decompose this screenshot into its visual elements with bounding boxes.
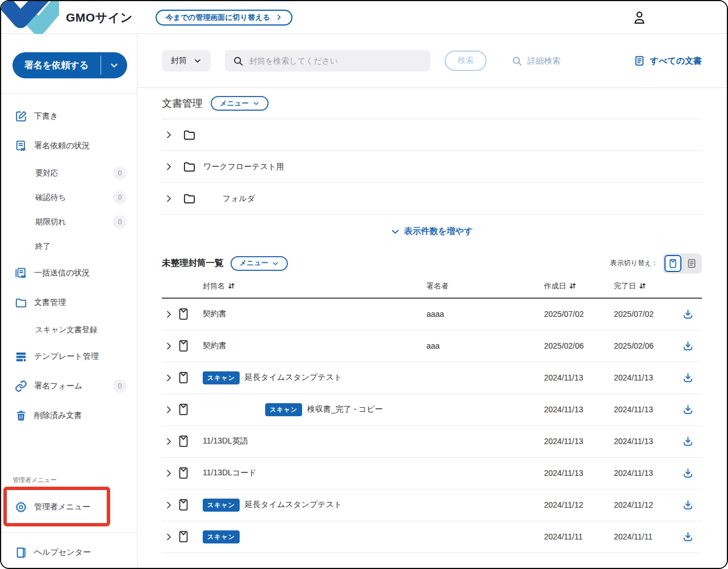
sort-icon [639,282,646,290]
gear-icon [15,501,27,513]
chevron-right-icon[interactable] [165,310,177,319]
download-icon[interactable] [682,436,702,447]
sidebar-item-document-management[interactable]: 文書管理 [1,288,137,317]
request-signature-button[interactable]: 署名を依頼する [12,52,127,78]
column-envelope-name[interactable]: 封筒名 [203,281,426,291]
completed-date: 2025/07/02 [614,309,682,319]
chevron-right-icon[interactable] [165,374,177,382]
chevron-right-icon[interactable] [165,194,173,203]
sidebar-item-action-required[interactable]: 要対応0 [1,161,137,185]
column-completed[interactable]: 完了日 [614,281,682,291]
increase-display-count-link[interactable]: 表示件数を増やす [391,226,472,237]
created-date: 2024/11/13 [544,468,614,478]
search-input[interactable] [249,56,422,65]
document-section-header: 文書管理 メニュー [162,88,702,119]
sidebar-item-label: 要対応 [35,168,58,178]
scan-badge: スキャン [265,403,302,416]
folder-row[interactable] [162,119,702,151]
sidebar-item-template-management[interactable]: テンプレート管理 [1,342,137,371]
count-badge: 0 [113,215,127,229]
download-icon[interactable] [682,308,702,320]
search-icon [233,56,244,66]
sidebar-item-label: 署名依頼の状況 [34,141,90,151]
chevron-down-icon[interactable] [101,52,127,78]
folder-row[interactable]: フォルダ [162,183,702,215]
switch-admin-screen-button[interactable]: 今までの管理画面に切り替える [156,10,292,26]
created-date: 2024/11/11 [544,532,614,541]
sidebar-item-bulk-send-status[interactable]: 一括送信の状況 [1,258,137,288]
sidebar-item-finished[interactable]: 終了 [1,234,137,258]
book-icon [15,546,27,559]
chevron-right-icon[interactable] [165,501,177,509]
completed-date: 2025/02/06 [614,341,682,350]
envelope-icon [668,258,678,269]
list-view-button[interactable] [683,255,700,272]
chevron-right-icon[interactable] [165,469,177,478]
chevron-right-icon[interactable] [165,437,177,446]
created-date: 2025/07/02 [544,309,614,319]
envelope-row: 契約書aaaa2025/07/022025/07/02 [162,299,702,330]
chevron-right-icon[interactable] [165,533,177,541]
download-icon[interactable] [682,340,702,352]
envelope-icon [177,530,203,543]
header: GMOサイン 今までの管理画面に切り替える [1,1,727,34]
chevron-right-icon[interactable] [165,162,173,171]
envelope-icon [177,371,203,384]
sidebar-item-label: 削除済み文書 [34,411,82,421]
chevron-right-icon[interactable] [165,405,177,414]
all-documents-link[interactable]: すべての文書 [634,55,702,66]
sidebar-item-signature-form[interactable]: 署名フォーム0 [1,371,137,401]
column-created[interactable]: 作成日 [544,281,614,291]
sidebar-item-signature-request-status[interactable]: 署名依頼の状況 [1,131,137,161]
account-icon[interactable] [631,10,647,26]
sidebar-item-label: 下書き [34,111,58,122]
sidebar-item-deleted-documents[interactable]: 削除済み文書 [1,401,137,430]
sidebar-item-admin-menu[interactable]: 管理者メニュー [1,489,137,525]
download-icon[interactable] [682,372,702,384]
advanced-search-link[interactable]: 詳細検索 [512,56,560,66]
sidebar-item-awaiting-confirmation[interactable]: 確認待ち0 [1,185,137,210]
sidebar-item-label: 一括送信の状況 [34,268,90,278]
envelope-menu-button[interactable]: メニュー [231,256,288,271]
show-more-row: 表示件数を増やす [162,226,702,239]
folder-icon [183,192,196,205]
chevron-right-icon[interactable] [165,131,173,139]
admin-section-label: 管理者メニュー [1,476,137,484]
envelope-icon [177,403,203,416]
folder-row[interactable]: ワークフローテスト用 [162,151,702,183]
folder-icon [15,296,27,309]
sidebar-item-label: 期限切れ [35,217,66,227]
view-toggle [663,253,702,274]
content: 文書管理 メニュー ワークフローテスト用フォルダ 表示件数を増やす 未整理封筒一… [137,88,727,553]
envelope-row: スキャン2024/11/112024/11/11 [162,521,702,553]
sidebar-item-expired[interactable]: 期限切れ0 [1,210,137,234]
sidebar-item-scan-document-registration[interactable]: スキャン文書登録 [1,317,137,342]
scan-badge: スキャン [203,371,240,384]
chevron-down-icon [391,227,400,236]
view-toggle-label: 表示切り替え： [610,258,658,268]
count-badge: 0 [113,191,127,204]
envelope-row: スキャン延長タイムスタンプテスト2024/11/122024/11/12 [162,489,702,521]
sidebar-item-drafts[interactable]: 下書き [1,102,137,131]
chevron-right-icon[interactable] [165,342,177,350]
created-date: 2024/11/13 [544,437,614,446]
template-icon [15,350,27,363]
gmo-sign-logo-icon [1,1,59,36]
completed-date: 2024/11/11 [614,532,682,541]
download-icon[interactable] [682,404,702,416]
envelope-view-button[interactable] [664,255,681,272]
sidebar-item-help-center[interactable]: ヘルプセンター [1,536,137,569]
document-list-icon [687,258,697,269]
created-date: 2024/11/13 [544,373,614,382]
search-button[interactable]: 検索 [445,51,487,71]
count-badge: 0 [113,379,127,393]
download-icon[interactable] [682,467,702,479]
download-icon[interactable] [682,499,702,511]
download-icon[interactable] [682,531,702,543]
document-menu-button[interactable]: メニュー [211,96,269,111]
signer-value: aaaa [426,309,544,319]
created-date: 2024/11/13 [544,405,614,414]
search-category-dropdown[interactable]: 封筒 [162,50,211,72]
envelope-icon [177,466,203,480]
search-icon [512,56,522,66]
